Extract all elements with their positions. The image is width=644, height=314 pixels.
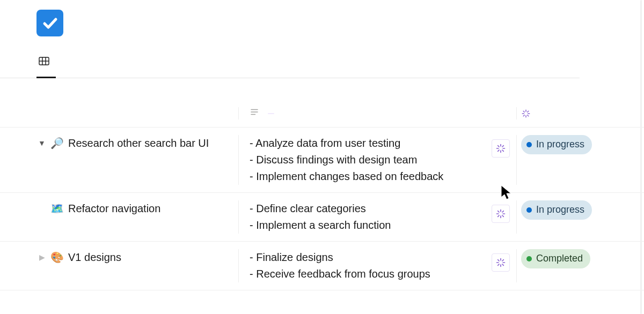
status-dot-icon [526,256,532,261]
column-header-task-name[interactable] [0,107,238,119]
status-badge: Completed [521,249,590,268]
text-property-icon [250,107,259,119]
page-icon[interactable] [36,10,63,36]
table-icon [38,55,50,70]
ai-badge [268,113,274,114]
status-dot-icon [526,142,532,147]
table-row[interactable]: 🗺️Refactor navigation- Define clear cate… [0,192,644,241]
checkmark-icon [41,14,59,32]
status-label: Completed [536,251,583,266]
task-name-cell[interactable]: ▶🎨V1 designs [0,249,238,282]
task-name-cell[interactable]: 🗺️Refactor navigation [0,200,238,234]
step-line: - Implement a search function [250,217,516,234]
status-label: In progress [536,203,584,218]
status-cell[interactable]: In progress [516,200,640,234]
table-row[interactable]: ▶🎨V1 designs- Finalize designs- Receive … [0,241,644,290]
scrollbar[interactable] [640,0,642,314]
step-line: - Finalize designs [250,249,516,266]
next-steps-cell[interactable]: - Finalize designs- Receive feedback fro… [238,249,516,282]
step-line: - Discuss findings with design team [250,152,516,168]
status-badge: In progress [521,200,592,220]
row-toggle-placeholder [36,200,47,203]
ai-regenerate-button[interactable] [492,139,510,158]
task-name: Research other search bar UI [68,135,209,152]
column-header-next-steps[interactable] [238,107,516,119]
chevron-down-icon[interactable]: ▼ [36,135,47,149]
ai-regenerate-button[interactable] [492,253,510,272]
status-cell[interactable]: Completed [516,249,640,282]
task-name-cell[interactable]: ▼🔎Research other search bar UI [0,135,238,185]
task-name: Refactor navigation [68,200,160,217]
column-header-status[interactable] [516,107,640,119]
task-table: ▼🔎Research other search bar UI- Analyze … [0,102,644,290]
status-property-icon [521,109,531,118]
row-emoji-icon: 🎨 [50,249,64,266]
step-line: - Implement changes based on feedback [250,168,516,185]
task-name: V1 designs [68,249,121,266]
status-label: In progress [536,137,584,152]
status-dot-icon [526,207,532,213]
row-emoji-icon: 🔎 [50,135,64,152]
table-row[interactable]: ▼🔎Research other search bar UI- Analyze … [0,127,644,192]
chevron-right-icon[interactable]: ▶ [36,249,47,264]
next-steps-cell[interactable]: - Define clear categories- Implement a s… [238,200,516,234]
tab-by-urgency[interactable] [36,55,56,78]
next-steps-cell[interactable]: - Analyze data from user testing- Discus… [238,135,516,185]
step-line: - Receive feedback from focus groups [250,266,516,282]
group-heading-this-week[interactable] [0,78,644,96]
status-cell[interactable]: In progress [516,135,640,185]
view-tabs [0,55,580,78]
step-line: - Define clear categories [250,200,516,217]
ai-regenerate-button[interactable] [492,205,510,223]
row-emoji-icon: 🗺️ [50,200,64,217]
status-badge: In progress [521,135,592,154]
table-header [0,102,644,127]
step-line: - Analyze data from user testing [250,135,516,152]
